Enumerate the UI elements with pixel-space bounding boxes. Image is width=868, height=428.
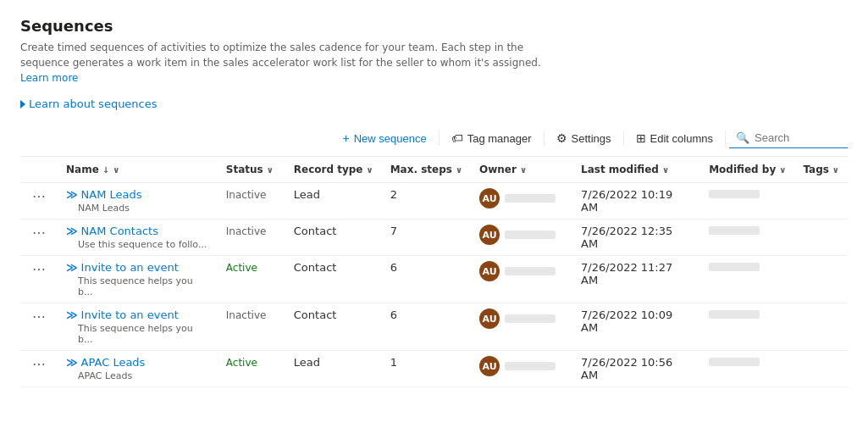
owner-name-blurred: [505, 314, 556, 323]
row-name-link[interactable]: ≫ APAC Leads: [66, 356, 209, 369]
row-tags-cell: [794, 351, 848, 387]
row-last-modified-cell: 7/26/2022 10:56 AM: [572, 351, 700, 387]
col-header-status[interactable]: Status ∨: [218, 157, 285, 183]
chevron-down-icon: ∨: [113, 165, 119, 175]
row-more-button[interactable]: ⋯: [29, 356, 49, 373]
row-name-sub: This sequence helps you b...: [66, 323, 209, 345]
settings-icon: ⚙: [556, 131, 567, 145]
col-header-owner[interactable]: Owner ∨: [471, 157, 572, 183]
row-record-type-cell: Lead: [285, 183, 382, 220]
avatar: AU: [479, 188, 500, 208]
search-icon: 🔍: [736, 131, 749, 144]
row-modified-by-cell: [700, 256, 794, 303]
row-max-steps: 2: [390, 188, 397, 201]
search-box[interactable]: 🔍: [729, 128, 848, 148]
row-name-link[interactable]: ≫ Invite to an event: [66, 308, 209, 321]
row-record-type: Contact: [294, 225, 337, 237]
table-row: ⋯ ≫ APAC Leads APAC Leads Active Lead 1 …: [20, 351, 848, 387]
row-owner-cell: AU: [471, 351, 572, 387]
row-last-modified: 7/26/2022 10:56 AM: [581, 356, 672, 381]
row-name-sub: This sequence helps you b...: [66, 275, 209, 297]
row-record-type: Contact: [294, 308, 337, 321]
col-header-name[interactable]: Name ↓ ∨: [58, 157, 218, 183]
row-last-modified: 7/26/2022 10:09 AM: [581, 308, 672, 334]
row-name-text: Invite to an event: [81, 308, 179, 321]
status-badge: Inactive: [226, 225, 267, 237]
row-name-cell: ≫ APAC Leads APAC Leads: [58, 351, 218, 387]
chevron-down-icon-owner: ∨: [520, 165, 527, 175]
row-last-modified-cell: 7/26/2022 12:35 AM: [572, 220, 700, 256]
row-max-steps: 1: [390, 356, 397, 369]
col-header-max-steps[interactable]: Max. steps ∨: [382, 157, 471, 183]
settings-button[interactable]: ⚙ Settings: [548, 127, 620, 149]
row-name-cell: ≫ Invite to an event This sequence helps…: [58, 303, 218, 351]
learn-about-sequences-link[interactable]: Learn about sequences: [20, 97, 158, 110]
row-max-steps: 7: [390, 225, 397, 237]
toolbar-divider-4: [725, 131, 726, 146]
avatar: AU: [479, 225, 500, 245]
modified-by-blurred: [709, 263, 760, 271]
row-record-type-cell: Lead: [285, 351, 382, 387]
row-owner-container: AU: [479, 261, 564, 281]
row-last-modified-cell: 7/26/2022 10:19 AM: [572, 183, 700, 220]
row-owner-cell: AU: [471, 220, 572, 256]
row-sequence-icon: ≫: [66, 225, 78, 237]
row-status-cell: Inactive: [218, 183, 285, 220]
row-more-cell: ⋯: [20, 256, 58, 303]
row-max-steps-cell: 6: [382, 303, 471, 351]
row-record-type: Lead: [294, 356, 320, 369]
row-more-button[interactable]: ⋯: [29, 308, 49, 325]
avatar: AU: [479, 261, 500, 281]
toolbar: + New sequence 🏷 Tag manager ⚙ Settings …: [20, 117, 848, 157]
chevron-down-icon-status: ∨: [267, 165, 274, 175]
tag-manager-button[interactable]: 🏷 Tag manager: [443, 127, 540, 149]
col-header-last-modified[interactable]: Last modified ∨: [572, 157, 700, 183]
chevron-down-icon-modified: ∨: [662, 165, 669, 175]
sort-asc-icon: ↓: [102, 165, 109, 175]
search-input[interactable]: [755, 131, 839, 144]
modified-by-blurred: [709, 310, 760, 319]
row-more-cell: ⋯: [20, 351, 58, 387]
row-record-type-cell: Contact: [285, 303, 382, 351]
edit-columns-button[interactable]: ⊞ Edit columns: [628, 127, 721, 149]
learn-more-link[interactable]: Learn more: [20, 72, 78, 84]
table-header-row: Name ↓ ∨ Status ∨ Record type ∨: [20, 157, 848, 183]
modified-by-blurred: [709, 190, 760, 198]
col-header-modified-by[interactable]: Modified by ∨: [700, 157, 794, 183]
row-name-cell: ≫ NAM Leads NAM Leads: [58, 183, 218, 220]
row-name-link[interactable]: ≫ NAM Contacts: [66, 225, 209, 237]
row-name-link[interactable]: ≫ NAM Leads: [66, 188, 209, 201]
row-owner-container: AU: [479, 308, 564, 329]
row-owner-cell: AU: [471, 256, 572, 303]
row-name-sub: NAM Leads: [66, 203, 209, 214]
row-name-link[interactable]: ≫ Invite to an event: [66, 261, 209, 274]
row-status-cell: Inactive: [218, 303, 285, 351]
col-header-record-type[interactable]: Record type ∨: [285, 157, 382, 183]
row-max-steps-cell: 1: [382, 351, 471, 387]
row-last-modified: 7/26/2022 11:27 AM: [581, 261, 672, 286]
row-more-button[interactable]: ⋯: [29, 261, 49, 278]
col-header-tags[interactable]: Tags ∨: [794, 157, 848, 183]
row-owner-cell: AU: [471, 183, 572, 220]
row-max-steps-cell: 6: [382, 256, 471, 303]
row-record-type: Lead: [294, 188, 320, 201]
toolbar-divider-1: [439, 131, 440, 146]
row-owner-container: AU: [479, 225, 564, 245]
row-sequence-icon: ≫: [66, 188, 78, 201]
table-row: ⋯ ≫ NAM Contacts Use this sequence to fo…: [20, 220, 848, 256]
owner-name-blurred: [505, 194, 556, 203]
toolbar-divider-2: [544, 131, 545, 146]
columns-icon: ⊞: [636, 131, 646, 145]
row-max-steps: 6: [390, 308, 397, 321]
row-name-sub: Use this sequence to follo...: [66, 239, 209, 250]
new-sequence-button[interactable]: + New sequence: [334, 127, 435, 149]
chevron-right-icon: [20, 100, 25, 108]
page-description: Create timed sequences of activities to …: [20, 40, 545, 86]
row-more-button[interactable]: ⋯: [29, 188, 49, 205]
row-tags-cell: [794, 220, 848, 256]
row-more-button[interactable]: ⋯: [29, 225, 49, 242]
col-header-more: [20, 157, 58, 183]
row-last-modified-cell: 7/26/2022 10:09 AM: [572, 303, 700, 351]
row-name-cell: ≫ NAM Contacts Use this sequence to foll…: [58, 220, 218, 256]
row-status-cell: Active: [218, 351, 285, 387]
